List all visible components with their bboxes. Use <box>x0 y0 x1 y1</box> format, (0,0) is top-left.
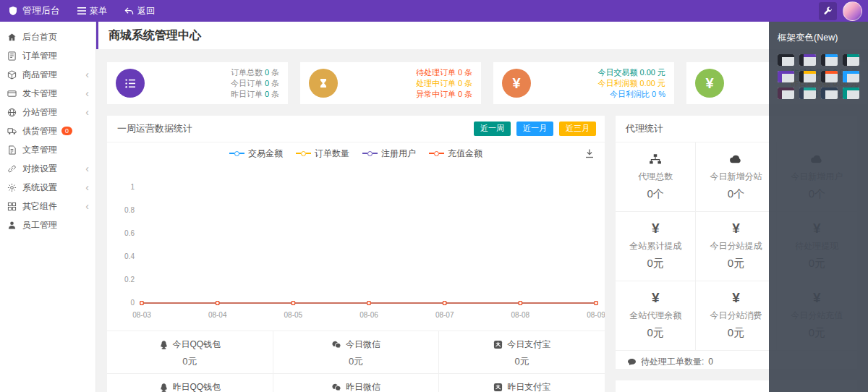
theme-swatch[interactable] <box>778 54 794 66</box>
chevron-icon: ‹ <box>85 163 89 174</box>
svg-text:08-03: 08-03 <box>132 311 151 319</box>
sidebar-item-staff[interactable]: 员工管理 <box>0 216 95 234</box>
app-title: 管理后台 <box>22 4 60 17</box>
download-icon[interactable] <box>584 148 595 158</box>
svg-text:08-07: 08-07 <box>435 311 454 319</box>
chart-legend-row: 交易金额订单数量注册用户充值金额 <box>107 142 605 164</box>
theme-swatch[interactable] <box>843 88 859 99</box>
theme-swatch[interactable] <box>799 54 816 66</box>
truck-icon <box>7 127 17 136</box>
stat-card-orders: 订单总数0条 今日订单0条 昨日订单0条 <box>107 62 288 104</box>
back-arrow-icon <box>124 7 134 15</box>
theme-swatch[interactable] <box>821 71 838 82</box>
wallet-cell-wechat-today: 今日微信 0元 <box>273 331 440 373</box>
qq-icon <box>159 383 169 392</box>
stat-card-pending: 待处理订单0条 处理中订单0条 异常中订单0条 <box>300 62 481 104</box>
sidebar-item-docking[interactable]: 对接设置 ‹ <box>0 159 95 178</box>
agent-cell-substation-spend: ¥ 今日分站消费 0元 <box>696 281 776 351</box>
order-list-circle-icon <box>116 69 145 98</box>
legend-item[interactable]: 注册用户 <box>362 148 416 160</box>
app-logo-icon <box>9 6 17 16</box>
stat-row: 订单总数0条 <box>229 67 279 78</box>
cube-icon <box>7 70 17 80</box>
theme-swatch[interactable] <box>799 71 816 82</box>
theme-swatch[interactable] <box>799 88 816 99</box>
stat-cards-row: 订单总数0条 今日订单0条 昨日订单0条 待处理订单0条 处理中订单0条 异常中… <box>107 62 867 104</box>
legend-item[interactable]: 订单数量 <box>296 148 349 160</box>
settings-wrench-button[interactable] <box>819 2 837 20</box>
theme-panel-title: 框架变色(New) <box>778 32 859 44</box>
stat-row: 今日利润额0.00元 <box>596 78 665 89</box>
sidebar-item-system[interactable]: 系统设置 ‹ <box>0 178 95 197</box>
svg-text:0.6: 0.6 <box>124 229 135 237</box>
legend-line-marker-icon <box>296 151 311 156</box>
link-icon <box>7 164 17 174</box>
legend-line-marker-icon <box>429 151 444 156</box>
yen-icon: ¥ <box>616 290 695 306</box>
sidebar-item-home[interactable]: 后台首页 <box>0 27 95 46</box>
credit-card-icon <box>7 89 17 98</box>
hourglass-circle-icon <box>309 69 338 98</box>
line-chart-plot: 00.20.40.60.8108-0308-0408-0508-0608-070… <box>107 164 605 331</box>
svg-text:0.2: 0.2 <box>124 276 135 284</box>
stat-row: 处理中订单0条 <box>414 78 472 89</box>
legend-item[interactable]: 交易金额 <box>229 148 283 160</box>
stat-row: 今日利润比0% <box>596 89 665 100</box>
chevron-icon: ‹ <box>85 201 89 211</box>
sidebar-item-substations[interactable]: 分站管理 ‹ <box>0 103 95 122</box>
theme-swatch[interactable] <box>821 54 838 66</box>
svg-text:08-06: 08-06 <box>359 311 378 319</box>
comment-bubble-icon <box>627 358 637 366</box>
svg-text:0.4: 0.4 <box>124 252 135 260</box>
svg-text:08-04: 08-04 <box>208 311 227 319</box>
stat-card-today-trade: ¥ 今日交易额0.00元 今日利润额0.00元 今日利润比0% <box>493 62 674 104</box>
home-icon <box>7 33 17 42</box>
menu-button[interactable]: 菜单 <box>69 0 116 22</box>
hamburger-icon <box>77 7 86 14</box>
sidebar-item-orders[interactable]: 订单管理 <box>0 46 95 65</box>
stat-row: 待处理订单0条 <box>414 67 472 78</box>
sidebar-item-goods[interactable]: 商品管理 ‹ <box>0 65 95 84</box>
wallet-cell-qq-today: 今日QQ钱包 0元 <box>107 331 273 373</box>
agent-cell-today-commission: ¥ 今日分站提成 0元 <box>696 212 776 281</box>
sidebar-item-components[interactable]: 其它组件 ‹ <box>0 197 95 216</box>
wallet-cell-alipay-yesterday: 昨日支付宝 0元 <box>439 374 605 392</box>
wallet-cell-qq-yesterday: 昨日QQ钱包 0元 <box>107 374 273 392</box>
range-month-button[interactable]: 近一月 <box>516 122 553 135</box>
sidebar: 后台首页 订单管理 商品管理 ‹ 发卡管理 ‹ 分站管理 ‹ 供货管理 0 <box>0 22 96 392</box>
qq-icon <box>159 340 169 350</box>
wallet-cell-wechat-yesterday: 昨日微信 0元 <box>273 374 440 392</box>
page-title-bar: 商城系统管理中心 <box>96 22 868 49</box>
agent-cell-total-agents: 代理总数 0个 <box>616 142 696 212</box>
range-quarter-button[interactable]: 近三月 <box>559 122 596 135</box>
theme-color-panel: 框架变色(New) <box>769 22 868 392</box>
app-brand: 管理后台 <box>0 4 69 17</box>
range-week-button[interactable]: 近一周 <box>474 122 511 135</box>
svg-text:1: 1 <box>130 183 135 191</box>
user-avatar[interactable] <box>843 1 862 21</box>
wallet-cell-alipay-today: 今日支付宝 0元 <box>439 331 605 373</box>
svg-text:08-09: 08-09 <box>587 311 605 319</box>
stat-row: 今日订单0条 <box>229 78 279 89</box>
stat-row: 异常中订单0条 <box>414 89 472 100</box>
sidebar-item-articles[interactable]: 文章管理 <box>0 140 95 159</box>
sidebar-item-cards[interactable]: 发卡管理 ‹ <box>0 84 95 103</box>
agent-cell-total-commission: ¥ 全站累计提成 0元 <box>616 212 696 281</box>
theme-swatch[interactable] <box>843 71 859 82</box>
chevron-icon: ‹ <box>85 182 89 192</box>
chevron-icon: ‹ <box>85 88 89 98</box>
supply-badge: 0 <box>61 127 72 135</box>
svg-text:0.8: 0.8 <box>124 206 135 214</box>
document-icon <box>7 145 17 155</box>
back-button[interactable]: 返回 <box>116 0 163 22</box>
legend-item[interactable]: 充值金额 <box>429 148 482 160</box>
theme-swatch[interactable] <box>778 71 794 82</box>
theme-swatch[interactable] <box>778 88 794 99</box>
theme-swatch[interactable] <box>821 88 838 99</box>
alipay-icon <box>493 340 503 349</box>
sidebar-item-supply[interactable]: 供货管理 0 <box>0 122 95 140</box>
theme-swatch-grid <box>778 54 859 99</box>
wechat-icon <box>331 340 341 349</box>
wallet-stats-grid: 今日QQ钱包 0元 今日微信 0元 今日支付宝 0元 昨日QQ钱包 <box>107 331 605 392</box>
theme-swatch[interactable] <box>843 54 859 66</box>
